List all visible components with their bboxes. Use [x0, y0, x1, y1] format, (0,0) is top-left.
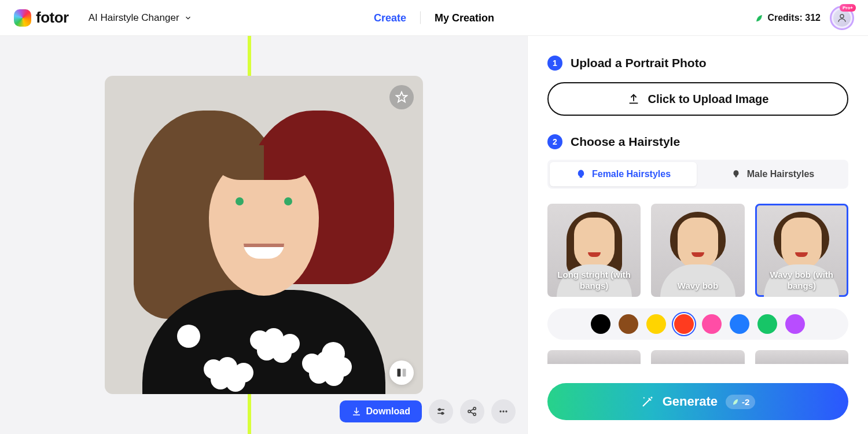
center-nav: Create My Creation: [360, 7, 508, 28]
color-swatch[interactable]: [619, 314, 638, 334]
nav-create[interactable]: Create: [360, 7, 420, 28]
hairstyle-grid-peek: [547, 350, 848, 364]
hairstyle-card[interactable]: [651, 350, 744, 364]
color-swatch[interactable]: [702, 314, 722, 334]
svg-point-7: [442, 413, 443, 414]
tab-male[interactable]: Male Hairstyles: [699, 162, 846, 186]
color-swatch[interactable]: [785, 314, 805, 334]
hairstyle-label: Wavy bob (with bangs): [760, 270, 844, 292]
image-preview: [105, 76, 423, 394]
download-icon: [351, 406, 362, 417]
credits-display[interactable]: Credits: 312: [755, 13, 821, 23]
compare-icon: [396, 367, 407, 378]
hairstyle-label: Long stright (with bangs): [552, 270, 636, 292]
color-picker: [547, 308, 848, 340]
svg-point-0: [840, 14, 844, 18]
tab-male-label: Male Hairstyles: [747, 169, 815, 179]
male-icon: [731, 169, 741, 179]
tab-female-label: Female Hairstyles: [592, 169, 671, 179]
logo-text: fotor: [36, 9, 69, 27]
generate-cost-pill: -2: [726, 395, 755, 409]
generate-cost: -2: [742, 397, 749, 407]
svg-line-12: [470, 412, 474, 414]
hairstyle-card[interactable]: Wavy bob: [651, 204, 744, 297]
adjust-button[interactable]: [429, 399, 453, 424]
step-2: 2 Choose a Hairstyle: [547, 134, 848, 149]
hairstyle-grid: Long stright (with bangs) Wavy bob Wavy …: [547, 204, 848, 297]
generate-button[interactable]: Generate -2: [547, 383, 848, 420]
download-button[interactable]: Download: [340, 400, 422, 422]
nav-my-creation[interactable]: My Creation: [421, 7, 508, 28]
leaf-icon: [731, 398, 740, 406]
canvas-actions: Download: [340, 399, 516, 424]
logo-mark-icon: [14, 9, 31, 27]
download-label: Download: [366, 406, 410, 417]
color-swatch[interactable]: [730, 314, 749, 334]
svg-point-5: [439, 409, 440, 410]
chevron-down-icon: [184, 14, 192, 22]
leaf-icon: [755, 13, 764, 23]
svg-line-11: [470, 409, 474, 411]
tool-name: AI Hairstyle Changer: [89, 12, 179, 24]
settings-panel: 1 Upload a Portrait Photo Click to Uploa…: [528, 36, 868, 434]
more-button[interactable]: [491, 399, 516, 424]
tool-dropdown[interactable]: AI Hairstyle Changer: [89, 12, 192, 24]
compare-toggle-button[interactable]: [389, 361, 414, 385]
hairstyle-card[interactable]: Wavy bob (with bangs): [755, 204, 848, 297]
tab-female[interactable]: Female Hairstyles: [550, 162, 697, 186]
svg-marker-1: [396, 92, 406, 102]
generate-section: Generate -2: [547, 374, 848, 434]
sliders-icon: [435, 406, 447, 417]
step-title: Upload a Portrait Photo: [571, 56, 707, 70]
star-icon: [395, 91, 408, 104]
magic-wand-icon: [641, 395, 654, 409]
step-title: Choose a Hairstyle: [571, 135, 680, 149]
pro-badge: Pro+: [840, 4, 856, 12]
main-area: Download 1 Upload a Portrait Photo Click…: [0, 36, 868, 434]
color-swatch[interactable]: [674, 314, 694, 334]
gender-tabs: Female Hairstyles Male Hairstyles: [547, 160, 848, 189]
color-swatch[interactable]: [591, 314, 610, 334]
share-icon: [466, 406, 478, 417]
step-number: 1: [547, 56, 562, 71]
credits-text: Credits: 312: [767, 13, 821, 23]
app-header: fotor AI Hairstyle Changer Create My Cre…: [0, 0, 868, 36]
svg-point-15: [505, 410, 507, 412]
brand-logo[interactable]: fotor: [14, 9, 69, 27]
hairstyle-label: Wavy bob: [656, 281, 740, 292]
svg-point-13: [499, 410, 501, 412]
canvas-area: Download: [0, 36, 528, 434]
hairstyle-card[interactable]: Long stright (with bangs): [547, 204, 641, 297]
more-icon: [498, 406, 509, 417]
svg-rect-3: [402, 369, 406, 376]
user-avatar[interactable]: Pro+: [830, 6, 854, 30]
color-swatch[interactable]: [646, 314, 666, 334]
step-number: 2: [547, 134, 562, 149]
hairstyle-card[interactable]: [755, 350, 848, 364]
step-1: 1 Upload a Portrait Photo: [547, 56, 848, 71]
svg-point-14: [502, 410, 504, 412]
generate-label: Generate: [663, 394, 718, 409]
svg-rect-2: [397, 369, 400, 376]
user-icon: [837, 13, 847, 23]
upload-button[interactable]: Click to Upload Image: [547, 82, 848, 116]
header-right: Credits: 312 Pro+: [755, 6, 854, 30]
favorite-button[interactable]: [389, 85, 414, 109]
upload-label: Click to Upload Image: [648, 93, 769, 106]
female-icon: [576, 169, 586, 179]
share-button[interactable]: [460, 399, 484, 424]
hairstyle-card[interactable]: [547, 350, 641, 364]
upload-icon: [627, 93, 640, 105]
color-swatch[interactable]: [757, 314, 777, 334]
